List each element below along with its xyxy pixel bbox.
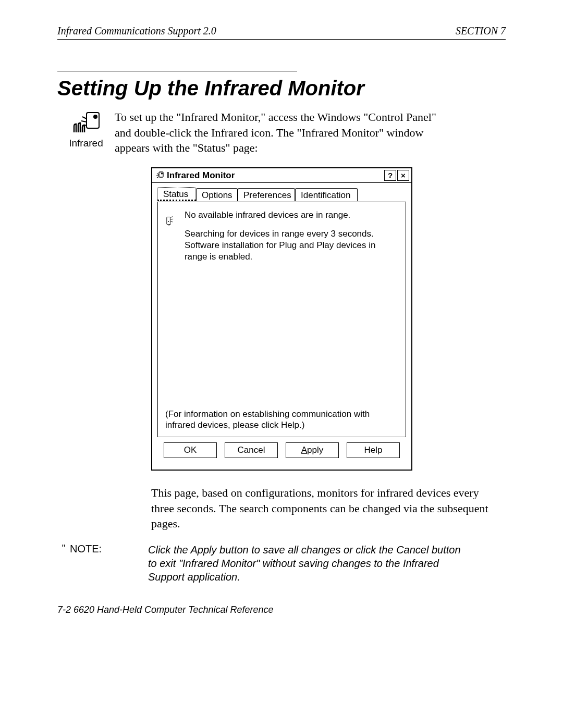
running-header: Infrared Communications Support 2.0 SECT… xyxy=(57,25,506,40)
header-left: Infrared Communications Support 2.0 xyxy=(57,25,216,37)
infrared-search-icon xyxy=(165,209,175,232)
dialog-figure: Infrared Monitor ? × Status Options Pref… xyxy=(151,167,506,471)
ok-button-label: OK xyxy=(184,445,197,455)
status-text: No available infrared devices are in ran… xyxy=(185,209,398,270)
help-dialog-button-label: Help xyxy=(364,445,383,455)
page: Infrared Communications Support 2.0 SECT… xyxy=(0,0,563,728)
infrared-monitor-dialog: Infrared Monitor ? × Status Options Pref… xyxy=(151,167,412,471)
help-hint: (For information on establishing communi… xyxy=(165,409,398,431)
control-panel-icon-block: Infrared xyxy=(57,109,115,149)
cancel-button[interactable]: Cancel xyxy=(225,442,278,458)
dialog-title: Infrared Monitor xyxy=(167,170,235,181)
titlebar-left: Infrared Monitor xyxy=(154,170,235,181)
svg-point-1 xyxy=(93,115,97,119)
apply-button-label: Apply xyxy=(301,445,324,455)
svg-rect-0 xyxy=(87,113,99,128)
title-rule xyxy=(57,71,297,71)
tab-preferences[interactable]: Preferences xyxy=(238,188,295,201)
note-label: NOTE: xyxy=(70,543,148,555)
page-footer: 7-2 6620 Hand-Held Computer Technical Re… xyxy=(57,604,506,615)
titlebar: Infrared Monitor ? × xyxy=(152,168,411,183)
tab-preferences-label: Preferences xyxy=(243,190,291,200)
intro-row: Infrared To set up the "Infrared Monitor… xyxy=(57,109,506,156)
tab-identification-label: Identification xyxy=(301,190,350,200)
infrared-icon xyxy=(71,112,101,137)
close-button[interactable]: × xyxy=(397,170,409,181)
infrared-icon-label: Infrared xyxy=(57,138,115,149)
svg-rect-4 xyxy=(167,217,170,225)
status-line-1: No available infrared devices are in ran… xyxy=(185,209,398,221)
svg-point-5 xyxy=(168,221,169,222)
intro-paragraph: To set up the "Infrared Monitor," access… xyxy=(115,109,438,156)
dialog-body: Status Options Preferences Identificatio… xyxy=(152,183,411,470)
help-button[interactable]: ? xyxy=(384,170,396,181)
header-right: SECTION 7 xyxy=(456,25,506,37)
note-mark: " xyxy=(57,543,70,554)
tab-strip: Status Options Preferences Identificatio… xyxy=(157,187,406,202)
tab-options[interactable]: Options xyxy=(196,188,238,201)
note-body: Click the Apply button to save all chang… xyxy=(148,543,469,584)
status-line-2: Searching for devices in range every 3 s… xyxy=(185,228,398,263)
tab-identification[interactable]: Identification xyxy=(295,188,358,201)
tab-options-label: Options xyxy=(202,190,232,200)
page-title: Setting Up the Infrared Monitor xyxy=(57,77,506,100)
ok-button[interactable]: OK xyxy=(164,442,217,458)
close-icon: × xyxy=(401,171,406,179)
tab-panel-status: No available infrared devices are in ran… xyxy=(157,202,406,437)
tab-status[interactable]: Status xyxy=(157,187,196,201)
apply-button[interactable]: Apply xyxy=(286,442,339,458)
svg-rect-2 xyxy=(159,172,163,177)
cancel-button-label: Cancel xyxy=(238,445,265,455)
svg-point-3 xyxy=(161,172,163,174)
tab-status-label: Status xyxy=(163,189,188,199)
titlebar-buttons: ? × xyxy=(384,170,409,181)
status-row: No available infrared devices are in ran… xyxy=(165,209,398,270)
help-icon: ? xyxy=(388,171,393,179)
after-paragraph: This page, based on configurations, moni… xyxy=(151,485,490,532)
help-dialog-button[interactable]: Help xyxy=(347,442,400,458)
dialog-button-row: OK Cancel Apply Help xyxy=(157,437,406,464)
infrared-titlebar-icon xyxy=(154,171,164,180)
note-row: " NOTE: Click the Apply button to save a… xyxy=(57,543,506,584)
